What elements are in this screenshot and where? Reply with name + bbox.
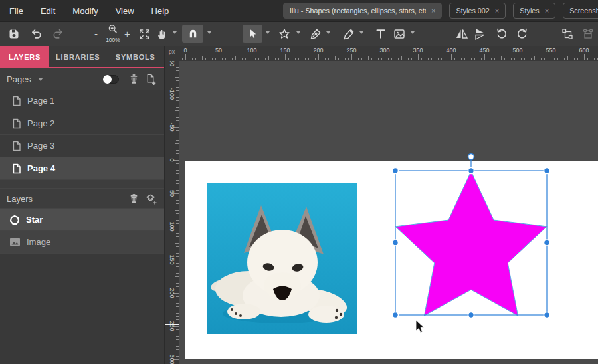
page-icon	[12, 96, 21, 106]
handle-bottom-center[interactable]	[468, 312, 474, 318]
canvas-area[interactable]	[179, 61, 598, 364]
snap-tool-dropdown[interactable]	[207, 31, 211, 34]
layer-row-image[interactable]: Image	[0, 231, 164, 254]
page-row-4[interactable]: Page 4	[0, 157, 164, 180]
menu-modify[interactable]: Modify	[72, 6, 98, 16]
shape-tool-dropdown[interactable]	[296, 31, 300, 34]
handle-bottom-left[interactable]	[393, 312, 399, 318]
menu-file[interactable]: File	[9, 6, 23, 16]
redo-button[interactable]	[50, 27, 65, 41]
star-shape[interactable]	[395, 171, 547, 316]
undo-button[interactable]	[29, 27, 44, 41]
select-tool-button[interactable]	[243, 25, 262, 43]
delete-page-button[interactable]	[127, 72, 140, 86]
handle-bottom-right[interactable]	[544, 312, 550, 318]
pan-tool-button[interactable]	[155, 27, 170, 41]
trash-icon	[129, 74, 139, 84]
image-layer-icon	[9, 237, 21, 247]
add-page-button[interactable]	[144, 72, 157, 86]
layer-row-star[interactable]: Star	[0, 209, 164, 231]
handle-mid-right[interactable]	[544, 240, 550, 246]
add-layer-button[interactable]	[144, 192, 157, 205]
pointer-icon	[247, 28, 258, 39]
v-ruler[interactable]: -150-100-50050100150200250300	[165, 61, 179, 364]
dog-photo-object[interactable]	[207, 183, 357, 334]
zoom-magnifier-icon	[108, 24, 118, 35]
shape-tool-button[interactable]	[277, 27, 292, 41]
pages-label[interactable]: Pages	[7, 74, 31, 84]
menu-edit[interactable]: Edit	[41, 6, 55, 16]
save-button[interactable]	[7, 27, 21, 41]
layer-label: Image	[27, 237, 50, 247]
pages-header: Pages	[0, 68, 164, 90]
handle-top-center[interactable]	[468, 168, 474, 174]
handle-mid-left[interactable]	[393, 240, 399, 246]
boolean-ops-button[interactable]	[581, 27, 595, 41]
flip-horizontal-button[interactable]	[454, 27, 469, 41]
zoom-tool[interactable]: 100%	[103, 24, 123, 43]
fit-screen-button[interactable]	[137, 27, 151, 41]
marker-icon	[343, 28, 355, 40]
doc-tab-styles-002[interactable]: Styles 002 ×	[449, 3, 506, 19]
transform-nodes-icon	[561, 28, 573, 40]
zoom-in-button[interactable]: +	[124, 28, 130, 39]
pen-tool-dropdown[interactable]	[326, 31, 330, 34]
page-row-3[interactable]: Page 3	[0, 135, 164, 157]
freehand-tool-button[interactable]	[342, 27, 356, 41]
doc-tab-label: Screenshots t	[569, 7, 598, 15]
image-tool-dropdown[interactable]	[411, 31, 415, 34]
pages-list: Page 1 Page 2 Page 3 Page 4	[0, 90, 164, 180]
transform-button[interactable]	[560, 27, 575, 41]
main-menu: File Edit Modify View Help	[9, 0, 169, 22]
image-tool-button[interactable]	[392, 27, 407, 41]
chevron-down-icon[interactable]	[38, 78, 43, 81]
select-tool-dropdown[interactable]	[266, 31, 270, 34]
delete-layer-button[interactable]	[127, 192, 140, 205]
tab-symbols[interactable]: SYMBOLS	[107, 46, 165, 67]
pen-tool-button[interactable]	[308, 27, 323, 41]
handle-top-right[interactable]	[544, 168, 550, 174]
tab-layers[interactable]: LAYERS	[0, 46, 49, 67]
image-icon	[393, 28, 405, 40]
pan-tool-dropdown[interactable]	[173, 31, 177, 34]
rotate-ccw-button[interactable]	[494, 27, 509, 41]
text-tool-icon	[375, 28, 387, 40]
close-icon[interactable]: ×	[545, 7, 549, 15]
page-row-2[interactable]: Page 2	[0, 112, 164, 135]
doc-tab-active[interactable]: Illu - Shapes (rectangles, ellipses, sta…	[283, 3, 442, 19]
page-icon	[12, 141, 21, 151]
page-row-1[interactable]: Page 1	[0, 90, 164, 112]
magnet-icon	[187, 28, 199, 39]
handle-top-left[interactable]	[393, 168, 399, 174]
freehand-tool-dropdown[interactable]	[359, 31, 363, 34]
panel-gap	[0, 180, 164, 189]
page-icon	[12, 118, 21, 129]
flip-vertical-button[interactable]	[472, 27, 487, 41]
snap-tool-button[interactable]	[182, 25, 203, 43]
add-layer-icon	[146, 193, 157, 205]
rotate-cw-button[interactable]	[515, 27, 530, 41]
tab-libraries[interactable]: LIBRARIES	[49, 46, 107, 67]
star-object[interactable]	[389, 149, 555, 323]
h-ruler[interactable]: 050100150200250300350400450500550600	[179, 46, 598, 61]
doc-tab-label: Styles 002	[456, 7, 489, 15]
menu-help[interactable]: Help	[151, 6, 169, 16]
zoom-out-button[interactable]: -	[94, 28, 98, 39]
save-icon	[8, 28, 20, 40]
toolbar: - 100% +	[0, 22, 598, 46]
rotate-ccw-icon	[496, 28, 508, 40]
text-tool-button[interactable]	[373, 27, 388, 41]
page-label: Page 1	[27, 96, 54, 106]
close-icon[interactable]: ×	[495, 7, 499, 15]
rotation-handle[interactable]	[468, 154, 474, 160]
doc-tab-label: Illu - Shapes (rectangles, ellipses, sta…	[290, 7, 426, 15]
expand-arrows-icon	[139, 29, 150, 40]
doc-tab-screenshots[interactable]: Screenshots t	[563, 3, 598, 19]
menubar: File Edit Modify View Help Illu - Shapes…	[0, 0, 598, 22]
pages-toggle[interactable]	[103, 75, 119, 84]
menu-view[interactable]: View	[116, 6, 134, 16]
close-icon[interactable]: ×	[431, 7, 435, 15]
doc-tab-styles[interactable]: Styles ×	[513, 3, 555, 19]
shape-layer-icon	[9, 215, 20, 225]
panel-empty-area	[0, 254, 164, 364]
